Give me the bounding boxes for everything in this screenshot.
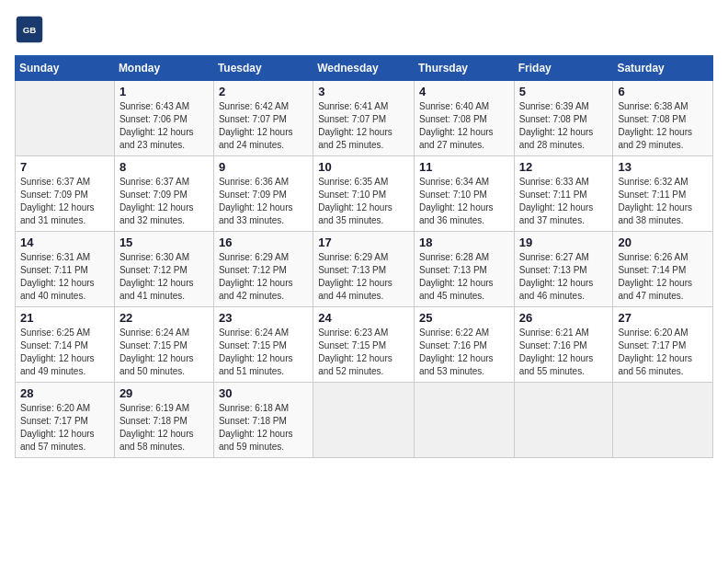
col-header-monday: Monday [114,56,213,81]
day-info: Sunrise: 6:30 AMSunset: 7:12 PMDaylight:… [119,252,194,301]
day-info: Sunrise: 6:36 AMSunset: 7:09 PMDaylight:… [219,177,293,225]
day-number: 1 [119,85,209,98]
col-header-saturday: Saturday [613,56,713,81]
day-info: Sunrise: 6:20 AMSunset: 7:17 PMDaylight:… [618,327,692,376]
calendar-cell: 1 Sunrise: 6:43 AMSunset: 7:06 PMDayligh… [114,81,213,156]
day-number: 4 [419,85,509,98]
logo: GB [15,15,48,44]
day-number: 24 [318,311,409,325]
calendar-cell [16,81,115,156]
calendar-cell: 27 Sunrise: 6:20 AMSunset: 7:17 PMDaylig… [613,307,713,383]
day-number: 9 [219,160,308,174]
day-number: 7 [20,160,109,174]
day-number: 6 [618,85,708,98]
day-number: 11 [419,160,509,174]
calendar-cell: 23 Sunrise: 6:24 AMSunset: 7:15 PMDaylig… [213,307,313,383]
day-number: 3 [318,85,409,98]
day-number: 10 [318,160,409,174]
day-number: 13 [618,160,708,174]
calendar-cell: 12 Sunrise: 6:33 AMSunset: 7:11 PMDaylig… [514,156,613,232]
col-header-sunday: Sunday [16,56,115,81]
calendar-cell: 14 Sunrise: 6:31 AMSunset: 7:11 PMDaylig… [16,232,115,307]
day-number: 17 [318,236,409,249]
calendar-cell: 15 Sunrise: 6:30 AMSunset: 7:12 PMDaylig… [114,232,213,307]
page-header: GB [15,15,713,44]
day-number: 28 [20,386,109,400]
day-info: Sunrise: 6:23 AMSunset: 7:15 PMDaylight:… [318,327,392,376]
day-info: Sunrise: 6:22 AMSunset: 7:16 PMDaylight:… [419,327,494,376]
day-number: 23 [219,311,308,325]
col-header-friday: Friday [514,56,613,81]
day-info: Sunrise: 6:26 AMSunset: 7:14 PMDaylight:… [618,252,692,301]
day-number: 25 [419,311,509,325]
calendar-cell: 20 Sunrise: 6:26 AMSunset: 7:14 PMDaylig… [613,232,713,307]
calendar-cell [313,383,415,458]
day-number: 16 [219,236,308,249]
day-info: Sunrise: 6:19 AMSunset: 7:18 PMDaylight:… [119,403,194,452]
day-info: Sunrise: 6:35 AMSunset: 7:10 PMDaylight:… [318,177,392,225]
day-info: Sunrise: 6:18 AMSunset: 7:18 PMDaylight:… [219,403,293,452]
day-number: 30 [219,386,308,400]
day-info: Sunrise: 6:24 AMSunset: 7:15 PMDaylight:… [119,327,194,376]
day-number: 21 [20,311,109,325]
logo-icon: GB [15,15,44,44]
calendar-cell: 21 Sunrise: 6:25 AMSunset: 7:14 PMDaylig… [16,307,115,383]
calendar-cell: 3 Sunrise: 6:41 AMSunset: 7:07 PMDayligh… [313,81,415,156]
calendar-cell: 28 Sunrise: 6:20 AMSunset: 7:17 PMDaylig… [16,383,115,458]
day-info: Sunrise: 6:42 AMSunset: 7:07 PMDaylight:… [219,101,293,150]
calendar-cell [613,383,713,458]
calendar-cell: 11 Sunrise: 6:34 AMSunset: 7:10 PMDaylig… [414,156,514,232]
day-info: Sunrise: 6:32 AMSunset: 7:11 PMDaylight:… [618,177,692,225]
calendar-cell: 30 Sunrise: 6:18 AMSunset: 7:18 PMDaylig… [213,383,313,458]
day-info: Sunrise: 6:29 AMSunset: 7:13 PMDaylight:… [318,252,392,301]
day-info: Sunrise: 6:43 AMSunset: 7:06 PMDaylight:… [119,101,194,150]
col-header-tuesday: Tuesday [213,56,313,81]
day-info: Sunrise: 6:20 AMSunset: 7:17 PMDaylight:… [20,403,95,452]
day-info: Sunrise: 6:34 AMSunset: 7:10 PMDaylight:… [419,177,494,225]
day-info: Sunrise: 6:24 AMSunset: 7:15 PMDaylight:… [219,327,293,376]
calendar-cell: 25 Sunrise: 6:22 AMSunset: 7:16 PMDaylig… [414,307,514,383]
day-number: 8 [119,160,209,174]
day-number: 27 [618,311,708,325]
day-info: Sunrise: 6:31 AMSunset: 7:11 PMDaylight:… [20,252,95,301]
calendar-cell: 6 Sunrise: 6:38 AMSunset: 7:08 PMDayligh… [613,81,713,156]
day-info: Sunrise: 6:41 AMSunset: 7:07 PMDaylight:… [318,101,392,150]
calendar-cell [514,383,613,458]
calendar-cell: 8 Sunrise: 6:37 AMSunset: 7:09 PMDayligh… [114,156,213,232]
day-number: 19 [519,236,609,249]
day-number: 29 [119,386,209,400]
day-number: 22 [119,311,209,325]
day-info: Sunrise: 6:25 AMSunset: 7:14 PMDaylight:… [20,327,95,376]
day-info: Sunrise: 6:33 AMSunset: 7:11 PMDaylight:… [519,177,594,225]
calendar-cell: 22 Sunrise: 6:24 AMSunset: 7:15 PMDaylig… [114,307,213,383]
day-number: 2 [219,85,308,98]
calendar-cell: 17 Sunrise: 6:29 AMSunset: 7:13 PMDaylig… [313,232,415,307]
day-info: Sunrise: 6:27 AMSunset: 7:13 PMDaylight:… [519,252,594,301]
calendar-cell: 4 Sunrise: 6:40 AMSunset: 7:08 PMDayligh… [414,81,514,156]
calendar-cell: 19 Sunrise: 6:27 AMSunset: 7:13 PMDaylig… [514,232,613,307]
calendar-cell: 13 Sunrise: 6:32 AMSunset: 7:11 PMDaylig… [613,156,713,232]
day-info: Sunrise: 6:29 AMSunset: 7:12 PMDaylight:… [219,252,293,301]
calendar-cell [414,383,514,458]
day-number: 14 [20,236,109,249]
calendar-cell: 26 Sunrise: 6:21 AMSunset: 7:16 PMDaylig… [514,307,613,383]
day-info: Sunrise: 6:40 AMSunset: 7:08 PMDaylight:… [419,101,494,150]
col-header-thursday: Thursday [414,56,514,81]
calendar-cell: 10 Sunrise: 6:35 AMSunset: 7:10 PMDaylig… [313,156,415,232]
day-number: 18 [419,236,509,249]
col-header-wednesday: Wednesday [313,56,415,81]
calendar-cell: 5 Sunrise: 6:39 AMSunset: 7:08 PMDayligh… [514,81,613,156]
day-number: 5 [519,85,609,98]
calendar-cell: 9 Sunrise: 6:36 AMSunset: 7:09 PMDayligh… [213,156,313,232]
calendar-cell: 29 Sunrise: 6:19 AMSunset: 7:18 PMDaylig… [114,383,213,458]
day-info: Sunrise: 6:39 AMSunset: 7:08 PMDaylight:… [519,101,594,150]
calendar-table: SundayMondayTuesdayWednesdayThursdayFrid… [15,55,713,458]
day-number: 20 [618,236,708,249]
day-info: Sunrise: 6:21 AMSunset: 7:16 PMDaylight:… [519,327,594,376]
calendar-cell: 18 Sunrise: 6:28 AMSunset: 7:13 PMDaylig… [414,232,514,307]
day-info: Sunrise: 6:37 AMSunset: 7:09 PMDaylight:… [20,177,95,225]
day-info: Sunrise: 6:28 AMSunset: 7:13 PMDaylight:… [419,252,494,301]
calendar-cell: 24 Sunrise: 6:23 AMSunset: 7:15 PMDaylig… [313,307,415,383]
day-info: Sunrise: 6:37 AMSunset: 7:09 PMDaylight:… [119,177,194,225]
day-number: 15 [119,236,209,249]
